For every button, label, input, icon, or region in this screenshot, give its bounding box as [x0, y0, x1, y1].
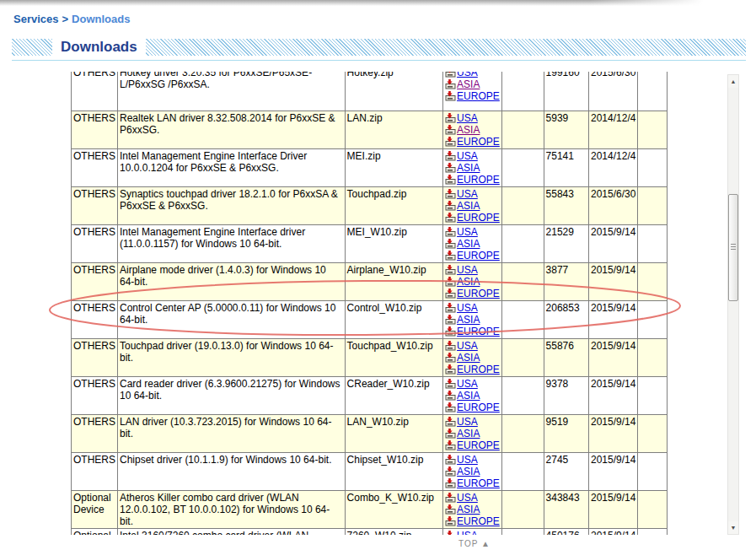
- empty-cell: [501, 415, 544, 453]
- description-cell: Synaptics touchpad driver 18.2.1.0 for P…: [118, 187, 346, 225]
- download-link-line: USA: [445, 530, 500, 535]
- description-cell: Atheros Killer combo card driver (WLAN 1…: [118, 491, 346, 529]
- breadcrumb-current-link[interactable]: Downloads: [72, 13, 130, 25]
- empty-cell: [501, 339, 544, 377]
- download-link-asia[interactable]: ASIA: [457, 466, 480, 477]
- table-row: OTHERS Hotkey driver 3.20.35 for P6xxSE/…: [72, 72, 668, 111]
- download-link-europe[interactable]: EUROPE: [457, 364, 500, 375]
- size-cell: 5939: [544, 111, 588, 149]
- download-to-disk-icon: [445, 315, 457, 325]
- category-cell: OTHERS: [72, 72, 118, 111]
- download-link-asia[interactable]: ASIA: [457, 352, 480, 364]
- download-link-usa[interactable]: USA: [457, 264, 478, 276]
- empty-end-cell: [638, 491, 668, 529]
- download-link-europe[interactable]: EUROPE: [457, 288, 500, 299]
- download-link-europe[interactable]: EUROPE: [457, 515, 500, 527]
- date-cell: 2015/9/14: [589, 263, 638, 301]
- empty-end-cell: [638, 415, 668, 453]
- empty-cell: [501, 301, 544, 339]
- date-cell: 2015/9/14: [589, 339, 638, 377]
- download-link-usa[interactable]: USA: [457, 378, 478, 390]
- download-to-disk-icon: [445, 201, 457, 211]
- download-to-disk-icon: [445, 391, 457, 401]
- download-link-line: EUROPE: [445, 477, 500, 489]
- download-link-usa[interactable]: USA: [457, 492, 478, 504]
- filename-cell: LAN_W10.zip: [345, 415, 443, 453]
- download-to-disk-icon: [445, 493, 457, 503]
- download-link-asia[interactable]: ASIA: [457, 276, 480, 288]
- download-link-asia[interactable]: ASIA: [457, 428, 480, 439]
- back-to-top-link[interactable]: TOP ▲: [458, 539, 491, 548]
- download-to-disk-icon: [445, 189, 457, 199]
- category-cell: OTHERS: [72, 225, 118, 263]
- download-link-asia[interactable]: ASIA: [457, 238, 480, 250]
- download-link-asia[interactable]: ASIA: [457, 162, 480, 174]
- scroll-down-button[interactable]: ▼: [728, 521, 738, 534]
- empty-cell: [501, 187, 544, 225]
- download-link-europe[interactable]: EUROPE: [457, 250, 500, 262]
- download-link-europe[interactable]: EUROPE: [457, 136, 500, 148]
- download-to-disk-icon: [445, 326, 457, 337]
- description-cell: Touchpad driver (19.0.13.0) for Windows …: [118, 339, 346, 377]
- download-link-line: USA: [445, 492, 500, 504]
- filename-cell: 7260_W10.zip: [345, 529, 443, 536]
- filename-cell: MEI_W10.zip: [345, 225, 443, 263]
- download-link-europe[interactable]: EUROPE: [457, 326, 500, 337]
- empty-cell: [501, 453, 544, 491]
- download-to-disk-icon: [445, 163, 457, 173]
- date-cell: 2015/9/14: [589, 225, 638, 263]
- download-link-asia[interactable]: ASIA: [457, 124, 480, 136]
- scrollbar-thumb[interactable]: [728, 194, 738, 301]
- filename-cell: Chipset_W10.zip: [345, 453, 443, 491]
- download-to-disk-icon: [445, 417, 457, 427]
- download-to-disk-icon: [445, 516, 457, 526]
- download-link-usa[interactable]: USA: [457, 72, 478, 78]
- download-link-asia[interactable]: ASIA: [457, 314, 480, 326]
- date-cell: 2015/9/14: [589, 529, 638, 536]
- download-to-disk-icon: [445, 303, 457, 313]
- download-to-disk-icon: [445, 353, 457, 363]
- download-link-asia[interactable]: ASIA: [457, 200, 480, 212]
- download-link-line: EUROPE: [445, 402, 500, 413]
- download-link-europe[interactable]: EUROPE: [457, 439, 500, 451]
- download-link-usa[interactable]: USA: [457, 530, 478, 535]
- scroll-up-button[interactable]: ▲: [728, 75, 738, 88]
- download-link-europe[interactable]: EUROPE: [457, 402, 500, 413]
- date-cell: 2015/6/30: [589, 72, 638, 111]
- download-link-usa[interactable]: USA: [457, 302, 478, 314]
- breadcrumb-section-link[interactable]: Services: [13, 13, 59, 25]
- empty-end-cell: [638, 377, 668, 415]
- size-cell: 3877: [544, 263, 588, 301]
- download-links-cell: USAASIAEUROPE: [443, 377, 502, 415]
- vertical-scrollbar[interactable]: ▲ ▼: [727, 74, 739, 535]
- download-link-europe[interactable]: EUROPE: [457, 90, 500, 102]
- download-link-asia[interactable]: ASIA: [457, 504, 480, 515]
- download-link-usa[interactable]: USA: [457, 112, 478, 124]
- download-link-europe[interactable]: EUROPE: [457, 477, 500, 489]
- download-to-disk-icon: [445, 379, 457, 389]
- filename-cell: Touchpad_W10.zip: [345, 339, 443, 377]
- download-link-asia[interactable]: ASIA: [457, 78, 480, 90]
- category-cell: OTHERS: [72, 453, 118, 491]
- download-link-europe[interactable]: EUROPE: [457, 212, 500, 224]
- download-link-line: ASIA: [445, 238, 500, 250]
- download-link-asia[interactable]: ASIA: [457, 390, 480, 402]
- download-link-line: ASIA: [445, 200, 500, 212]
- size-cell: 75141: [544, 149, 588, 187]
- download-link-line: USA: [445, 378, 500, 390]
- download-link-line: EUROPE: [445, 288, 500, 299]
- download-to-disk-icon: [445, 125, 457, 135]
- download-link-usa[interactable]: USA: [457, 416, 478, 428]
- download-link-usa[interactable]: USA: [457, 150, 478, 162]
- empty-end-cell: [638, 453, 668, 491]
- download-link-line: EUROPE: [445, 136, 500, 148]
- empty-cell: [501, 263, 544, 301]
- download-link-line: EUROPE: [445, 90, 500, 102]
- download-link-usa[interactable]: USA: [457, 188, 478, 200]
- download-link-usa[interactable]: USA: [457, 454, 478, 466]
- download-link-usa[interactable]: USA: [457, 226, 478, 238]
- download-links-cell: USAASIAEUROPE: [443, 339, 502, 377]
- download-link-usa[interactable]: USA: [457, 340, 478, 352]
- date-cell: 2014/12/4: [589, 111, 638, 149]
- download-link-europe[interactable]: EUROPE: [457, 174, 500, 186]
